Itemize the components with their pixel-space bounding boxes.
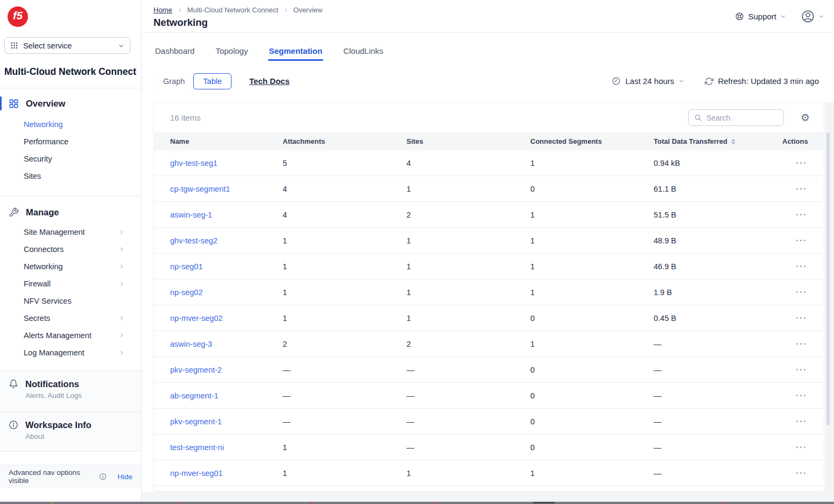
segment-name-link[interactable]: aswin-seg-3 xyxy=(170,340,212,348)
info-icon xyxy=(99,473,107,480)
attachments-value: 1 xyxy=(283,469,407,478)
sort-icon[interactable] xyxy=(731,139,735,144)
row-actions-button[interactable] xyxy=(794,314,808,323)
breadcrumb-link[interactable]: Overview xyxy=(293,6,323,14)
select-service-dropdown[interactable]: Select service xyxy=(4,37,130,54)
page-background xyxy=(142,492,825,501)
sites-value: — xyxy=(407,417,530,426)
account-menu[interactable] xyxy=(801,10,824,23)
total-data-value: 48.9 B xyxy=(654,236,782,245)
segment-name-link[interactable]: aswin-seg-1 xyxy=(170,211,212,219)
segment-name-link[interactable]: np-mver-seg02 xyxy=(170,314,223,323)
segment-name-link[interactable]: ghv-test-seg2 xyxy=(170,236,218,245)
row-actions-button[interactable] xyxy=(794,417,808,426)
support-menu[interactable]: Support xyxy=(735,12,786,21)
connected-segments-value: 1 xyxy=(530,159,654,167)
sites-value: 1 xyxy=(407,185,530,193)
sidebar-item[interactable]: Site Management xyxy=(0,223,141,241)
workspace-info-subtitle: About xyxy=(25,432,92,440)
tab[interactable]: Segmentation xyxy=(268,46,323,61)
sidebar-section-overview[interactable]: Overview xyxy=(0,96,141,111)
scrollbar-thumb[interactable] xyxy=(826,132,830,425)
time-range-dropdown[interactable]: Last 24 hours xyxy=(612,76,684,86)
segment-name-link[interactable]: pkv-segment-2 xyxy=(170,366,222,374)
sites-value: — xyxy=(407,443,530,452)
scrollbar-track[interactable] xyxy=(825,102,834,501)
f5-logo[interactable]: f5 xyxy=(8,6,28,27)
sidebar-item[interactable]: Connectors xyxy=(0,241,141,258)
sidebar-item[interactable]: Security xyxy=(0,150,141,167)
segment-name-link[interactable]: np-seg02 xyxy=(170,288,202,297)
sites-value: 2 xyxy=(407,211,530,219)
sidebar-item[interactable]: Performance xyxy=(0,133,141,150)
breadcrumb-link[interactable]: Multi-Cloud Network Connect xyxy=(187,6,278,14)
sites-value: 4 xyxy=(407,159,530,167)
column-header-sites[interactable]: Sites xyxy=(407,137,530,145)
desktop-speck xyxy=(533,502,555,503)
row-actions-button[interactable] xyxy=(794,159,808,167)
overview-grid-icon xyxy=(9,99,19,109)
row-actions-button[interactable] xyxy=(794,185,808,193)
total-data-value: 0.45 B xyxy=(654,314,782,323)
table-row: ghv-test-seg2 1 1 1 48.9 B xyxy=(154,228,824,254)
sidebar-item[interactable]: NFV Services xyxy=(0,292,141,310)
column-header-attachments[interactable]: Attachments xyxy=(283,137,407,145)
row-actions-button[interactable] xyxy=(794,262,808,271)
sidebar-item[interactable]: Secrets xyxy=(0,310,141,327)
app-root: f5 Select service Multi-Cloud Network Co… xyxy=(0,0,834,504)
column-header-actions: Actions xyxy=(782,137,808,145)
chevron-right-icon xyxy=(283,8,289,13)
sidebar-item[interactable]: Sites xyxy=(0,167,141,185)
segment-name-link[interactable]: pkv-segment-1 xyxy=(170,417,222,426)
column-header-connected-segments[interactable]: Connected Segments xyxy=(530,137,654,145)
row-actions-button[interactable] xyxy=(794,211,808,219)
info-icon xyxy=(9,420,18,451)
segment-name-link[interactable]: ghv-test-seg1 xyxy=(170,159,218,167)
sites-value: 1 xyxy=(407,288,530,297)
sidebar-item[interactable]: Log Management xyxy=(0,344,141,361)
attachments-value: — xyxy=(283,366,407,374)
search-input[interactable] xyxy=(706,114,778,122)
sidebar-item-workspace-info[interactable]: Workspace Info About xyxy=(0,411,141,451)
row-actions-button[interactable] xyxy=(794,443,808,452)
desktop-speck xyxy=(436,502,438,503)
tab[interactable]: Dashboard xyxy=(155,46,195,61)
sidebar-item-notifications[interactable]: Notifications Alerts, Audit Logs xyxy=(0,371,141,411)
tech-docs-link[interactable]: Tech Docs xyxy=(249,76,290,86)
tab[interactable]: Topology xyxy=(215,46,248,61)
segment-name-link[interactable]: cp-tgw-segment1 xyxy=(170,185,230,193)
view-toggle-option[interactable]: Graph xyxy=(153,73,194,89)
table-row: np-seg02 1 1 1 1.9 B xyxy=(154,279,824,305)
table-row: ab-segment-1 — — 0 — xyxy=(154,383,824,409)
hide-advanced-nav-link[interactable]: Hide xyxy=(117,473,132,481)
sites-value: 1 xyxy=(407,262,530,271)
row-actions-button[interactable] xyxy=(794,469,808,478)
sidebar-item[interactable]: Networking xyxy=(0,258,141,275)
row-actions-button[interactable] xyxy=(794,340,808,348)
row-actions-button[interactable] xyxy=(794,391,808,400)
table-toolbar: 16 items ⚙ xyxy=(154,103,824,132)
sites-value: 1 xyxy=(407,469,530,478)
row-actions-button[interactable] xyxy=(794,288,808,297)
table-settings-gear-icon[interactable]: ⚙ xyxy=(801,113,810,123)
segment-name-link[interactable]: np-seg01 xyxy=(170,262,202,271)
segment-name-link[interactable]: test-segment-ni xyxy=(170,443,224,452)
sidebar-item[interactable]: Firewall xyxy=(0,275,141,292)
connected-segments-value: 1 xyxy=(530,288,654,297)
tab[interactable]: CloudLinks xyxy=(343,46,384,61)
row-actions-button[interactable] xyxy=(794,366,808,374)
sidebar-section-manage[interactable]: Manage xyxy=(0,205,141,220)
table-row: pkv-segment-1 — — 0 — xyxy=(154,409,824,435)
segment-name-link[interactable]: np-mver-seg01 xyxy=(170,469,223,478)
sidebar-item[interactable]: Networking xyxy=(0,116,141,133)
column-header-total-data[interactable]: Total Data Transferred xyxy=(654,137,782,145)
sidebar-spacer xyxy=(0,451,141,465)
chevron-right-icon xyxy=(177,8,183,13)
segment-name-link[interactable]: ab-segment-1 xyxy=(170,391,218,400)
view-toggle-option[interactable]: Table xyxy=(193,73,232,89)
column-header-name[interactable]: Name xyxy=(170,137,283,145)
refresh-button[interactable]: Refresh: Updated 3 min ago xyxy=(705,76,819,86)
breadcrumb-link[interactable]: Home xyxy=(153,6,172,14)
sidebar-item[interactable]: Alerts Management xyxy=(0,327,141,344)
row-actions-button[interactable] xyxy=(794,236,808,245)
